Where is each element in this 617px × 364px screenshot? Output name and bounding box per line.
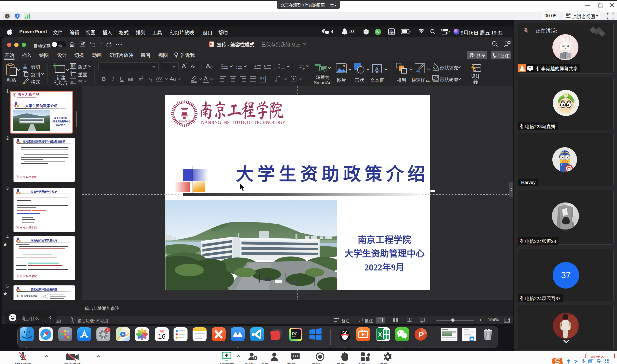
svg-text:?: ? [74,317,75,320]
svg-text:X: X [378,331,382,338]
svg-text:P: P [418,330,424,339]
svg-text:南京工程学院: 南京工程学院 [179,119,192,122]
svg-text:PC: PC [292,332,298,336]
svg-text:A: A [375,66,379,72]
